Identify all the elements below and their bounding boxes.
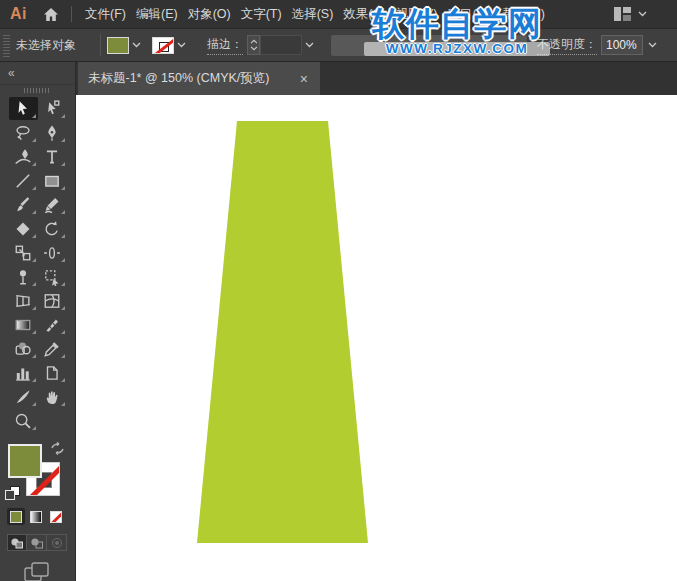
- document-tab-title: 未标题-1* @ 150% (CMYK/预览): [88, 70, 269, 87]
- color-type-buttons: [7, 508, 65, 525]
- artboard-canvas[interactable]: [76, 95, 677, 581]
- draw-inside-button[interactable]: [47, 534, 67, 551]
- control-bar: 未选择对象 描边：: [0, 28, 677, 62]
- document-tab[interactable]: 未标题-1* @ 150% (CMYK/预览) ×: [78, 62, 320, 95]
- draw-normal-icon: [10, 537, 24, 549]
- fill-color-dropdown[interactable]: [129, 40, 144, 50]
- color-button[interactable]: [7, 508, 25, 525]
- opacity-label[interactable]: 不透明度：: [537, 36, 597, 55]
- tool-shaper[interactable]: [38, 193, 67, 216]
- tool-hand[interactable]: [38, 385, 67, 408]
- fill-swatch[interactable]: [8, 444, 42, 478]
- menu-file[interactable]: 文件(F): [80, 6, 131, 23]
- tool-knife[interactable]: [9, 385, 38, 408]
- chevron-down-icon: [514, 42, 523, 48]
- tools-panel: «: [0, 62, 76, 581]
- chevron-down-icon: [648, 42, 657, 48]
- stroke-color-dropdown[interactable]: [174, 40, 189, 50]
- selection-status-label: 未选择对象: [16, 37, 94, 54]
- swap-fill-stroke-button[interactable]: [50, 442, 65, 460]
- stroke-weight-stepper[interactable]: [247, 35, 260, 55]
- tool-rectangle[interactable]: [38, 169, 67, 192]
- chevron-up-icon: [250, 39, 258, 44]
- tool-puppet-warp[interactable]: [9, 265, 38, 288]
- menu-view[interactable]: 视图(V): [391, 6, 443, 23]
- tool-eraser[interactable]: [9, 217, 38, 240]
- drawing-mode-buttons: [7, 534, 67, 551]
- tool-scale[interactable]: [9, 241, 38, 264]
- tools-panel-header: «: [0, 62, 75, 85]
- fill-stroke-controls: [0, 440, 75, 581]
- workspace-switcher[interactable]: [614, 7, 647, 21]
- tool-slice[interactable]: [38, 313, 67, 336]
- gradient-icon: [30, 511, 42, 523]
- chevron-down-icon: [305, 42, 314, 48]
- gradient-button[interactable]: [27, 508, 45, 525]
- chevron-down-icon: [638, 11, 647, 17]
- default-fill-stroke-button[interactable]: [5, 486, 19, 500]
- brush-definition-dropdown[interactable]: [331, 35, 527, 56]
- panel-grip-handle[interactable]: [3, 33, 10, 57]
- tool-free-transform[interactable]: [38, 265, 67, 288]
- chevron-down-icon: [132, 42, 141, 48]
- menu-window[interactable]: 窗口(W): [442, 6, 497, 23]
- none-button[interactable]: [47, 508, 65, 525]
- none-icon: [50, 511, 62, 523]
- tool-artboard[interactable]: [38, 361, 67, 384]
- close-tab-button[interactable]: ×: [298, 72, 310, 86]
- menubar-separator: [71, 6, 72, 22]
- menu-effect[interactable]: 效果(C): [338, 6, 390, 23]
- draw-behind-button[interactable]: [27, 534, 47, 551]
- document-area: 未标题-1* @ 150% (CMYK/预览) ×: [76, 62, 677, 581]
- drawn-shape-trapezoid[interactable]: [197, 121, 368, 543]
- app-logo: Ai: [10, 5, 27, 23]
- chevron-down-icon: [177, 42, 186, 48]
- tools-panel-drag-handle[interactable]: [24, 88, 51, 93]
- stroke-weight-dropdown[interactable]: [302, 40, 317, 50]
- menu-object[interactable]: 对象(O): [183, 6, 236, 23]
- screen-mode-icon: [24, 562, 50, 581]
- menu-help[interactable]: 帮助(H): [498, 6, 550, 23]
- tool-gradient[interactable]: [9, 313, 38, 336]
- opacity-field[interactable]: 100%: [601, 35, 643, 55]
- opacity-dropdown[interactable]: [645, 40, 660, 50]
- tools-grid: [0, 97, 75, 432]
- tool-shape-builder[interactable]: [9, 337, 38, 360]
- tool-line-segment[interactable]: [9, 169, 38, 192]
- menu-type[interactable]: 文字(T): [236, 6, 287, 23]
- draw-behind-icon: [30, 537, 44, 549]
- tool-perspective-grid[interactable]: [9, 289, 38, 312]
- tool-width[interactable]: [38, 241, 67, 264]
- tool-direct-selection[interactable]: [38, 97, 67, 120]
- controlbar-separator: [100, 34, 101, 56]
- swap-arrows-icon: [50, 442, 65, 456]
- tool-type[interactable]: [38, 145, 67, 168]
- color-fill-icon: [10, 511, 22, 523]
- collapse-panel-button[interactable]: «: [8, 66, 15, 80]
- chevron-down-icon: [250, 46, 258, 51]
- tool-paintbrush[interactable]: [9, 193, 38, 216]
- menu-select[interactable]: 选择(S): [287, 6, 339, 23]
- draw-inside-icon: [50, 537, 64, 549]
- fill-color-swatch[interactable]: [107, 37, 129, 54]
- tool-eyedropper[interactable]: [38, 337, 67, 360]
- menu-edit[interactable]: 编辑(E): [131, 6, 183, 23]
- menu-bar: Ai 文件(F)编辑(E)对象(O)文字(T)选择(S)效果(C)视图(V)窗口…: [0, 0, 677, 28]
- tool-zoom[interactable]: [9, 409, 38, 432]
- document-tab-bar: 未标题-1* @ 150% (CMYK/预览) ×: [76, 62, 677, 95]
- stroke-weight-field[interactable]: [260, 35, 302, 55]
- change-screen-mode-button[interactable]: [24, 562, 50, 581]
- draw-normal-button[interactable]: [7, 534, 27, 551]
- tool-column-graph[interactable]: [9, 361, 38, 384]
- tool-rotate[interactable]: [38, 217, 67, 240]
- tool-pen[interactable]: [38, 121, 67, 144]
- stroke-color-swatch-none[interactable]: [152, 37, 174, 54]
- home-button[interactable]: [39, 3, 63, 25]
- tool-curvature[interactable]: [9, 145, 38, 168]
- stroke-weight-label[interactable]: 描边：: [207, 36, 243, 55]
- tool-selection[interactable]: [9, 97, 38, 120]
- tool-mesh[interactable]: [38, 289, 67, 312]
- workspace-icon: [614, 7, 631, 21]
- tool-lasso[interactable]: [9, 121, 38, 144]
- home-icon: [43, 7, 59, 22]
